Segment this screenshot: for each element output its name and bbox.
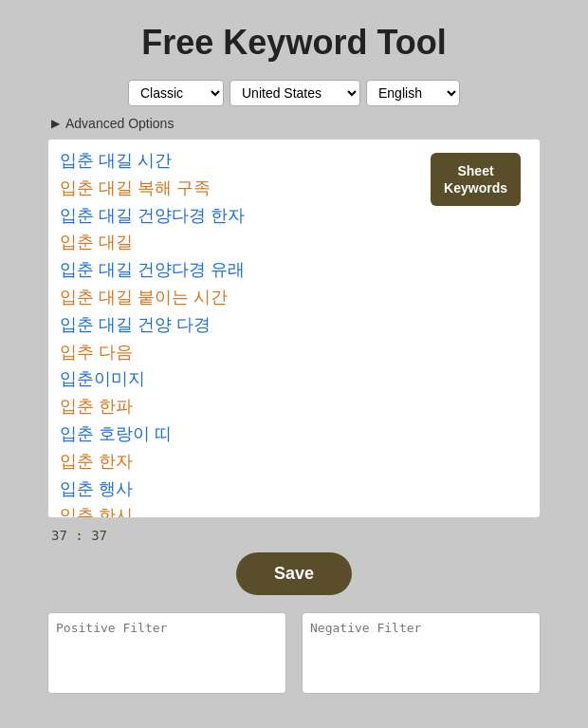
list-item[interactable]: 입춘이미지 — [60, 365, 528, 393]
negative-filter-box — [302, 612, 541, 694]
list-item[interactable]: 입춘 호랑이 띠 — [60, 420, 528, 448]
list-item[interactable]: 입춘 한파 — [60, 393, 528, 420]
positive-filter-input[interactable] — [48, 613, 285, 689]
sheet-keywords-button[interactable]: SheetKeywords — [431, 153, 521, 206]
list-item[interactable]: 입춘 행사 — [60, 476, 528, 503]
controls-row: Classic Advanced United States United Ki… — [128, 80, 460, 106]
language-select[interactable]: English Korean Japanese — [366, 80, 460, 106]
keyword-container: 입춘 대길 시간입춘 대길 복해 구족입춘 대길 건양다경 한자입춘 대길입춘 … — [47, 139, 541, 518]
positive-filter-box — [47, 612, 286, 694]
list-item[interactable]: 입춘 한자 — [60, 448, 528, 476]
advanced-arrow-icon: ▶ — [51, 117, 60, 130]
keyword-count: 37 : 37 — [51, 528, 107, 543]
list-item[interactable]: 입춘 대길 건양 다경 — [60, 311, 528, 339]
advanced-options-toggle[interactable]: ▶ Advanced Options — [51, 116, 174, 131]
page-title: Free Keyword Tool — [141, 23, 446, 63]
advanced-options-label: Advanced Options — [65, 116, 174, 131]
list-item[interactable]: 입추 다음 — [60, 339, 528, 366]
save-button[interactable]: Save — [236, 552, 352, 595]
mode-select[interactable]: Classic Advanced — [128, 80, 224, 106]
country-select[interactable]: United States United Kingdom Canada — [230, 80, 360, 106]
list-item[interactable]: 입춘 대길 건양다경 유래 — [60, 256, 528, 284]
filter-row — [47, 612, 541, 694]
negative-filter-input[interactable] — [303, 613, 540, 689]
list-item[interactable]: 입춘 대길 붙이는 시간 — [60, 284, 528, 311]
list-item[interactable]: 입춘 대길 — [60, 229, 528, 256]
list-item[interactable]: 입춘 한시 — [60, 502, 528, 517]
